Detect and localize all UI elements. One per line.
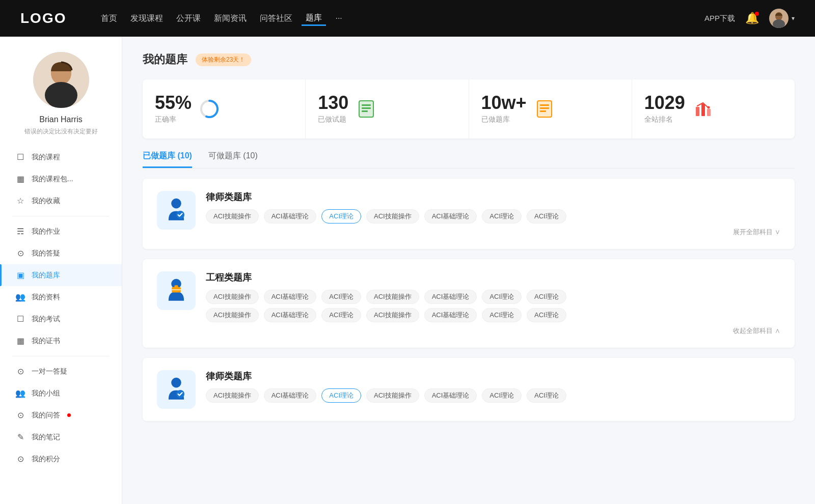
bank-card-1: 律师类题库 ACI技能操作 ACI基础理论 ACI理论 ACI技能操作 ACI基…	[143, 179, 795, 249]
tag-5[interactable]: ACI理论	[482, 209, 522, 223]
nav-home[interactable]: 首页	[97, 11, 121, 26]
svg-rect-20	[707, 109, 711, 116]
svg-rect-17	[540, 110, 546, 112]
tag-4[interactable]: ACI基础理论	[424, 209, 477, 223]
eng-tag-1[interactable]: ACI基础理论	[264, 290, 317, 304]
done-banks-label: 已做题库	[481, 115, 527, 124]
sidebar-item-1on1[interactable]: ⊙ 一对一答疑	[0, 360, 122, 382]
main-nav: 首页 发现课程 公开课 新闻资讯 问答社区 题库 ···	[97, 11, 346, 26]
eng-tag-8[interactable]: ACI基础理论	[264, 308, 317, 322]
rank-value: 1029	[644, 94, 685, 112]
done-questions-label: 已做试题	[318, 115, 348, 124]
avatar	[769, 9, 789, 28]
eng-tag-6[interactable]: ACI理论	[527, 290, 566, 304]
rank-label: 全站排名	[644, 115, 685, 124]
bank-card-2-tags-row2: ACI技能操作 ACI基础理论 ACI理论 ACI技能操作 ACI基础理论 AC…	[206, 308, 780, 322]
sidebar: Brian Harris 错误的决定比没有决定要好 ☐ 我的课程 ▦ 我的课程包…	[0, 37, 122, 504]
sidebar-item-favorites[interactable]: ☆ 我的收藏	[0, 190, 122, 212]
nav-qa[interactable]: 问答社区	[256, 11, 296, 26]
app-download-btn[interactable]: APP下载	[704, 14, 735, 23]
notification-badge	[755, 12, 759, 16]
page-title: 我的题库	[143, 52, 187, 67]
law2-tag-5[interactable]: ACI理论	[482, 388, 522, 403]
eng-tag-3[interactable]: ACI技能操作	[366, 290, 419, 304]
sidebar-item-coursepackage[interactable]: ▦ 我的课程包...	[0, 168, 122, 190]
star-icon: ☆	[15, 196, 25, 206]
nav-more[interactable]: ···	[331, 12, 346, 25]
nav-news[interactable]: 新闻资讯	[210, 11, 251, 26]
notification-bell[interactable]: 🔔	[745, 12, 759, 25]
law2-tag-4[interactable]: ACI基础理论	[424, 388, 477, 403]
stat-done-banks-text: 10w+ 已做题库	[481, 94, 527, 124]
law2-tag-0[interactable]: ACI技能操作	[206, 388, 259, 403]
sidebar-item-group[interactable]: 👥 我的小组	[0, 382, 122, 404]
stat-accuracy: 55% 正确率	[143, 79, 306, 138]
nav-open-course[interactable]: 公开课	[172, 11, 205, 26]
svg-rect-19	[701, 104, 705, 116]
sidebar-item-certificate[interactable]: ▦ 我的证书	[0, 330, 122, 352]
qa-icon: ⊙	[15, 248, 25, 258]
sidebar-item-points[interactable]: ⊙ 我的积分	[0, 448, 122, 470]
eng-tag-5[interactable]: ACI理论	[482, 290, 522, 304]
sidebar-item-profile[interactable]: 👥 我的资料	[0, 286, 122, 308]
profile-motto: 错误的决定比没有决定要好	[24, 127, 98, 136]
eng-tag-9[interactable]: ACI理论	[321, 308, 361, 322]
stat-rank: 1029 全站排名	[632, 79, 795, 138]
user-avatar-menu[interactable]: ▾	[769, 9, 795, 28]
eng-tag-10[interactable]: ACI技能操作	[366, 308, 419, 322]
tag-1[interactable]: ACI基础理论	[264, 209, 317, 223]
header: LOGO 首页 发现课程 公开课 新闻资讯 问答社区 题库 ··· APP下载 …	[0, 0, 815, 37]
law2-tag-6[interactable]: ACI理论	[527, 388, 566, 403]
tag-6[interactable]: ACI理论	[527, 209, 566, 223]
expand-link-1[interactable]: 展开全部科目 ∨	[206, 228, 780, 237]
tab-available-banks[interactable]: 可做题库 (10)	[208, 151, 258, 168]
bank-icon-engineer	[157, 271, 196, 310]
sidebar-item-qa[interactable]: ⊙ 我的答疑	[0, 242, 122, 264]
coursepackage-icon: ▦	[15, 174, 25, 184]
sidebar-item-notes[interactable]: ✎ 我的笔记	[0, 426, 122, 448]
eng-tag-0[interactable]: ACI技能操作	[206, 290, 259, 304]
stats-row: 55% 正确率 130 已做试题	[143, 79, 795, 138]
exam-icon: ☐	[15, 314, 25, 324]
tab-done-banks[interactable]: 已做题库 (10)	[143, 151, 192, 168]
eng-tag-13[interactable]: ACI理论	[527, 308, 566, 322]
eng-tag-2[interactable]: ACI理论	[321, 290, 361, 304]
eng-tag-4[interactable]: ACI基础理论	[424, 290, 477, 304]
bank-card-3-title: 律师类题库	[206, 370, 780, 382]
bank-card-2: 工程类题库 ACI技能操作 ACI基础理论 ACI理论 ACI技能操作 ACI基…	[143, 259, 795, 348]
divider-2	[12, 356, 110, 356]
eng-tag-11[interactable]: ACI基础理论	[424, 308, 477, 322]
svg-point-28	[171, 378, 181, 388]
homework-icon: ☴	[15, 227, 25, 236]
nav-questionbank[interactable]: 题库	[302, 11, 326, 26]
bank-card-1-header: 律师类题库 ACI技能操作 ACI基础理论 ACI理论 ACI技能操作 ACI基…	[157, 191, 780, 237]
sidebar-item-homework[interactable]: ☴ 我的作业	[0, 220, 122, 242]
sidebar-item-questionbank[interactable]: ▣ 我的题库	[0, 264, 122, 286]
accuracy-icon	[199, 98, 220, 120]
bank-icon-lawyer-1	[157, 191, 196, 230]
sidebar-item-mycourse[interactable]: ☐ 我的课程	[0, 146, 122, 168]
nav-discover[interactable]: 发现课程	[126, 11, 167, 26]
eng-tag-7[interactable]: ACI技能操作	[206, 308, 259, 322]
tag-0[interactable]: ACI技能操作	[206, 209, 259, 223]
eng-tag-12[interactable]: ACI理论	[482, 308, 522, 322]
sidebar-item-myqa[interactable]: ⊙ 我的问答	[0, 404, 122, 426]
tag-3[interactable]: ACI技能操作	[366, 209, 419, 223]
collapse-link-2[interactable]: 收起全部科目 ∧	[206, 326, 780, 335]
bank-card-1-tags: ACI技能操作 ACI基础理论 ACI理论 ACI技能操作 ACI基础理论 AC…	[206, 209, 780, 223]
points-icon: ⊙	[15, 454, 25, 464]
profile-icon: 👥	[15, 292, 25, 302]
law2-tag-3[interactable]: ACI技能操作	[366, 388, 419, 403]
sidebar-item-exam[interactable]: ☐ 我的考试	[0, 308, 122, 330]
law2-tag-2[interactable]: ACI理论	[321, 388, 361, 403]
svg-rect-18	[696, 107, 699, 116]
svg-rect-12	[362, 110, 368, 112]
tag-2[interactable]: ACI理论	[321, 209, 361, 223]
stat-done-banks: 10w+ 已做题库	[469, 79, 632, 138]
law2-tag-1[interactable]: ACI基础理论	[264, 388, 317, 403]
course-icon: ☐	[15, 152, 25, 162]
certificate-icon: ▦	[15, 336, 25, 346]
bank-card-1-title: 律师类题库	[206, 191, 780, 203]
svg-point-5	[45, 82, 77, 108]
bank-card-2-header: 工程类题库 ACI技能操作 ACI基础理论 ACI理论 ACI技能操作 ACI基…	[157, 271, 780, 335]
